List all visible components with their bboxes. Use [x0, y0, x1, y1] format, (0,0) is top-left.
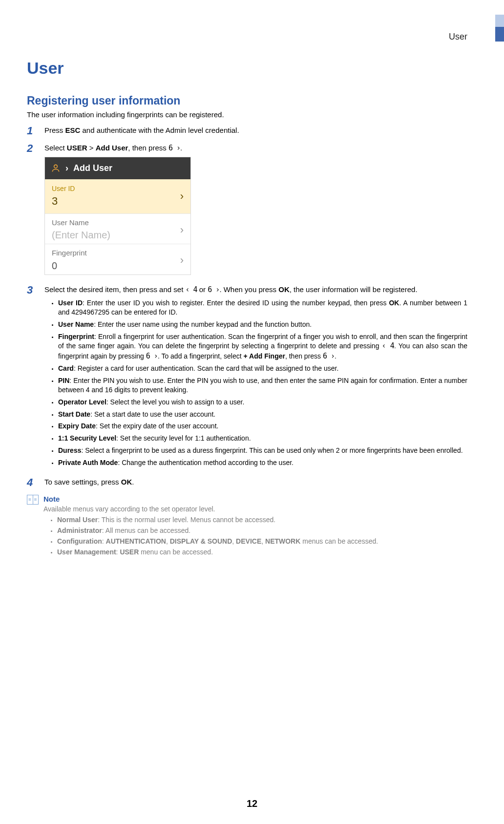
- note-key: Configuration: [57, 537, 102, 545]
- add-user-label: Add User: [96, 144, 128, 152]
- step-number: 3: [27, 285, 38, 470]
- section-heading: Registering user information: [27, 94, 467, 107]
- bullet-text: : Register a card for user authenticatio…: [74, 364, 338, 372]
- bullet-key: Fingerprint: [58, 333, 94, 340]
- key-6-right: 6 ›: [323, 352, 335, 360]
- breadcrumb-sep: ›: [65, 162, 68, 174]
- step-4: 4 To save settings, press OK.: [27, 477, 467, 488]
- note-item-normal-user: Normal User: This is the normal user lev…: [57, 516, 467, 524]
- step-4-text-a: To save settings, press: [44, 478, 121, 486]
- bullet-text: : Select the level you wish to assign to…: [106, 398, 245, 406]
- menu-device: DEVICE: [236, 537, 261, 545]
- key-6-right: 6 ›: [168, 144, 180, 152]
- bullet-private-auth: Private Auth Mode: Change the authentica…: [58, 458, 467, 467]
- bullet-key: Private Auth Mode: [58, 459, 118, 466]
- menu-display: DISPLAY & SOUND: [170, 537, 232, 545]
- bullet-text: : Enter the user name using the number k…: [94, 320, 312, 328]
- bullet-text-c: . To add a fingerprint, select: [158, 352, 244, 360]
- header-section-label: User: [449, 32, 467, 42]
- note-item-user-management: User Management: USER menu can be access…: [57, 548, 467, 556]
- note-key: Normal User: [57, 516, 98, 524]
- device-row-fingerprint[interactable]: Fingerprint 0 ›: [45, 244, 190, 274]
- menu-network: NETWORK: [265, 537, 300, 545]
- comma: ,: [261, 537, 265, 545]
- device-fingerprint-label: Fingerprint: [52, 248, 87, 258]
- note-icon: ≡≡: [27, 495, 39, 505]
- ok-label: OK: [389, 299, 399, 307]
- bullet-key: Expiry Date: [58, 422, 96, 430]
- note-key: Administrator: [57, 527, 102, 534]
- breadcrumb-title: Add User: [73, 162, 112, 174]
- note-block: ≡≡ Note Available menus vary according t…: [27, 495, 467, 559]
- step-number: 1: [27, 126, 38, 136]
- device-user-id-value: 3: [52, 194, 75, 209]
- bullet-start-date: Start Date: Set a start date to use the …: [58, 410, 467, 419]
- note-text-b: menu can be accessed.: [139, 548, 213, 556]
- step-2-text-c: .: [180, 144, 182, 152]
- device-row-user-name[interactable]: User Name (Enter Name) ›: [45, 213, 190, 244]
- bullet-text-a: : Enter the user ID you wish to register…: [83, 299, 389, 307]
- user-icon: [51, 163, 61, 173]
- device-user-name-label: User Name: [52, 218, 110, 228]
- bullet-key: User Name: [58, 320, 94, 328]
- key-4-left: ‹ 4: [186, 285, 197, 294]
- device-titlebar: › Add User: [45, 157, 190, 179]
- note-item-configuration: Configuration: AUTHENTICATION, DISPLAY &…: [57, 537, 467, 545]
- step-3-bullets: User ID: Enter the user ID you wish to r…: [58, 298, 467, 467]
- esc-key-label: ESC: [65, 126, 81, 134]
- chevron-right-icon: ›: [180, 223, 184, 237]
- step-number: 4: [27, 477, 38, 488]
- step-number: 2: [27, 143, 38, 278]
- user-menu-label: USER: [67, 144, 87, 152]
- step-1: 1 Press ESC and authenticate with the Ad…: [27, 126, 467, 136]
- svg-point-0: [54, 165, 58, 169]
- step-4-text-b: .: [132, 478, 134, 486]
- bullet-user-id: User ID: Enter the user ID you wish to r…: [58, 298, 467, 317]
- step-3-line-d: , the user information will be registere…: [290, 285, 418, 294]
- page-number: 12: [0, 798, 504, 809]
- bullet-key: PIN: [58, 377, 69, 384]
- bullet-operator-level: Operator Level: Select the level you wis…: [58, 398, 467, 407]
- bullet-security-level: 1:1 Security Level: Set the security lev…: [58, 434, 467, 443]
- bullet-pin: PIN: Enter the PIN you wish to use. Ente…: [58, 376, 467, 395]
- note-text: : This is the normal user level. Menus c…: [98, 516, 275, 524]
- step-3-line-a: Select the desired item, then press and …: [44, 285, 186, 294]
- step-1-text-pre: Press: [44, 126, 65, 134]
- comma: ,: [166, 537, 170, 545]
- step-3: 3 Select the desired item, then press an…: [27, 285, 467, 470]
- ok-label: OK: [121, 478, 132, 486]
- bullet-key: Card: [58, 364, 74, 372]
- device-user-name-placeholder: (Enter Name): [52, 229, 110, 242]
- bullet-text: : Select a fingerprint to be used as a d…: [81, 446, 462, 454]
- step-3-line-c: . When you press: [219, 285, 278, 294]
- device-fingerprint-value: 0: [52, 259, 87, 273]
- menu-auth: AUTHENTICATION: [106, 537, 166, 545]
- bullet-key: User ID: [58, 299, 83, 307]
- note-text-a: :: [102, 537, 106, 545]
- bullet-user-name: User Name: Enter the user name using the…: [58, 320, 467, 329]
- ok-label: OK: [278, 285, 290, 294]
- step-3-line-b: or: [197, 285, 208, 294]
- bullet-text: : Set the expiry date of the user accoun…: [96, 422, 218, 430]
- device-user-id-label: User ID: [52, 184, 75, 193]
- bullet-text: : Set the security level for 1:1 authent…: [116, 434, 251, 442]
- comma: ,: [232, 537, 236, 545]
- device-screenshot: › Add User User ID 3 › User Name (Enter …: [44, 157, 191, 275]
- bullet-duress: Duress: Select a fingerprint to be used …: [58, 446, 467, 455]
- bullet-key: Duress: [58, 446, 81, 454]
- note-item-administrator: Administrator: All menus can be accessed…: [57, 527, 467, 534]
- note-text: : All menus can be accessed.: [102, 527, 190, 534]
- bullet-text-e: .: [335, 352, 336, 360]
- note-intro: Available menus vary according to the se…: [43, 505, 467, 513]
- step-2: 2 Select USER > Add User, then press 6 ›…: [27, 143, 467, 278]
- bullet-text-d: , then press: [285, 352, 323, 360]
- menu-user: USER: [120, 548, 139, 556]
- bullet-card: Card: Register a card for user authentic…: [58, 364, 467, 373]
- bullet-key: 1:1 Security Level: [58, 434, 116, 442]
- device-row-user-id[interactable]: User ID 3 ›: [45, 179, 190, 214]
- bullet-key: Start Date: [58, 410, 90, 418]
- note-text-b: menus can be accessed.: [300, 537, 378, 545]
- step-2-text-b: , then press: [128, 144, 168, 152]
- key-6-right: 6 ›: [208, 285, 219, 294]
- chevron-right-icon: ›: [180, 189, 184, 204]
